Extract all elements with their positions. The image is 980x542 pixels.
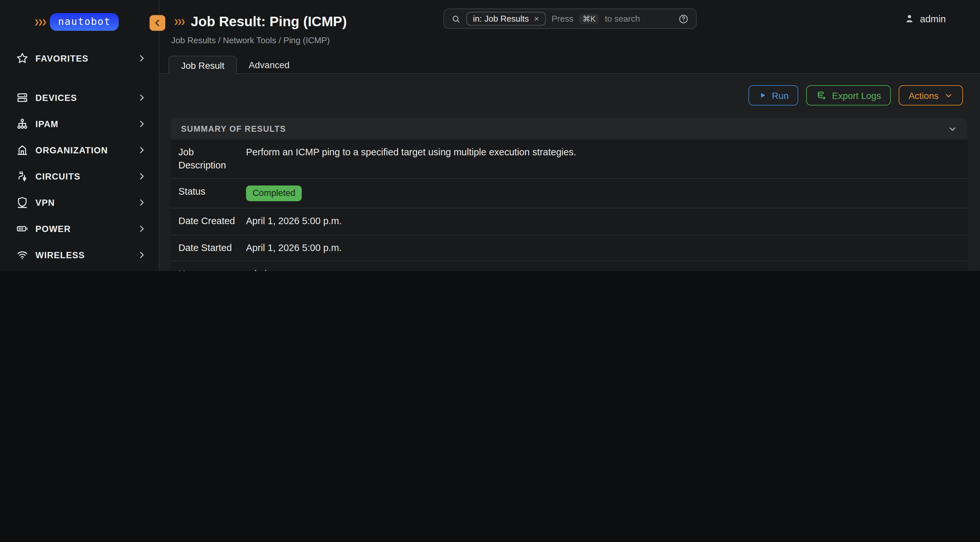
sidebar-item-organization[interactable]: ORGANIZATION — [0, 137, 159, 163]
chevron-right-icon — [137, 172, 146, 181]
sidebar-nav: FAVORITESDEVICESIPAMORGANIZATIONCIRCUITS… — [0, 45, 159, 271]
page-title: Job Result: Ping (ICMP) — [191, 14, 347, 30]
sidebar-item-circuits[interactable]: CIRCUITS — [0, 163, 159, 189]
run-button-label: Run — [772, 90, 789, 101]
summary-panel: SUMMARY OF RESULTS Job Description Perfo… — [170, 118, 967, 271]
sidebar-item-wireless[interactable]: WIRELESS — [0, 242, 159, 268]
search-press-text: Press — [552, 14, 573, 24]
search-suffix-text: to search — [605, 14, 640, 24]
sidebar-item-secrets[interactable]: SECRETS — [0, 268, 159, 271]
chevron-right-icon — [137, 146, 146, 155]
sidebar-item-label: ORGANIZATION — [35, 145, 108, 155]
chevron-right-icon — [137, 119, 146, 128]
help-icon[interactable] — [678, 13, 689, 24]
row-value: April 1, 2026 5:00 p.m. — [246, 215, 967, 228]
devices-icon — [16, 91, 29, 104]
status-badge: Completed — [246, 185, 302, 201]
row-value: April 1, 2026 5:00 p.m. — [246, 242, 967, 255]
table-row: User admin — [170, 262, 967, 271]
sidebar-item-favorites[interactable]: FAVORITES — [0, 45, 159, 71]
summary-panel-title: SUMMARY OF RESULTS — [181, 124, 286, 133]
row-label: Date Created — [178, 215, 246, 228]
brand-chevrons-icon: ❯❯❯ — [34, 17, 46, 27]
sidebar-item-ipam[interactable]: IPAM — [0, 111, 159, 137]
summary-panel-header[interactable]: SUMMARY OF RESULTS — [170, 118, 967, 139]
row-label: Job Description — [178, 146, 246, 172]
sidebar-item-power[interactable]: POWER — [0, 216, 159, 242]
search-scope-label: in: Job Results — [473, 14, 529, 24]
panel-collapse-chevron-icon[interactable] — [948, 124, 957, 133]
sidebar: ❯❯❯ nautobot FAVORITESDEVICESIPAMORGANIZ… — [0, 0, 159, 271]
search-icon — [451, 14, 460, 23]
sidebar-item-label: CIRCUITS — [35, 171, 80, 181]
chevron-right-icon — [137, 198, 146, 207]
power-icon — [16, 222, 29, 235]
row-value: Completed — [246, 185, 967, 201]
sidebar-item-label: IPAM — [35, 119, 58, 129]
table-row: Date Created April 1, 2026 5:00 p.m. — [170, 209, 967, 235]
table-row: Status Completed — [170, 179, 967, 208]
sidebar-collapse-button[interactable] — [150, 15, 165, 31]
row-value: Perform an ICMP ping to a specified targ… — [246, 146, 967, 159]
tab-advanced[interactable]: Advanced — [237, 56, 301, 74]
brand-logo[interactable]: ❯❯❯ nautobot — [0, 0, 159, 31]
sidebar-item-label: WIRELESS — [35, 250, 85, 260]
nautobot-logo: nautobot — [50, 13, 119, 31]
table-row: Job Description Perform an ICMP ping to … — [170, 139, 967, 179]
global-search-input[interactable]: in: Job Results × Press ⌘K to search — [444, 8, 697, 29]
circuits-icon — [16, 170, 29, 183]
tab-job-result[interactable]: Job Result — [169, 56, 237, 74]
username: admin — [920, 13, 946, 24]
export-database-icon — [816, 90, 827, 101]
chevron-left-icon — [153, 18, 162, 27]
actions-dropdown-button[interactable]: Actions — [899, 85, 963, 106]
sidebar-item-label: FAVORITES — [35, 54, 89, 63]
play-icon — [758, 91, 767, 100]
summary-table: Job Description Perform an ICMP ping to … — [170, 139, 967, 271]
chevron-right-icon — [137, 54, 146, 63]
row-value: admin — [246, 268, 967, 271]
chevron-right-icon — [137, 250, 146, 260]
sidebar-item-devices[interactable]: DEVICES — [0, 84, 159, 111]
row-label: Status — [178, 185, 246, 198]
row-label: Date Started — [178, 242, 246, 255]
chevron-down-icon — [944, 91, 953, 100]
title-chevrons-icon: ❯❯❯ — [174, 17, 184, 26]
sidebar-item-label: POWER — [35, 224, 71, 234]
star-icon — [16, 52, 29, 65]
chip-close-icon[interactable]: × — [534, 14, 539, 24]
app-window: ❯❯❯ nautobot FAVORITESDEVICESIPAMORGANIZ… — [0, 0, 980, 271]
content-area: Run Export Logs Actions SUMMARY OF RESUL… — [159, 73, 980, 271]
search-scope-chip[interactable]: in: Job Results × — [466, 12, 546, 25]
run-button[interactable]: Run — [748, 85, 798, 106]
actions-label: Actions — [908, 90, 939, 101]
export-logs-label: Export Logs — [832, 90, 881, 101]
page-title-block: ❯❯❯ Job Result: Ping (ICMP) — [174, 14, 347, 30]
export-logs-button[interactable]: Export Logs — [807, 85, 891, 106]
organization-icon — [16, 144, 29, 157]
row-label: User — [178, 268, 246, 271]
table-row: Date Started April 1, 2026 5:00 p.m. — [170, 235, 967, 262]
vpn-icon — [16, 196, 29, 209]
actions-row: Run Export Logs Actions — [748, 85, 963, 106]
sidebar-item-label: DEVICES — [35, 93, 77, 103]
sidebar-item-vpn[interactable]: VPN — [0, 189, 159, 216]
wireless-icon — [16, 249, 29, 261]
breadcrumb[interactable]: Job Results / Network Tools / Ping (ICMP… — [171, 35, 330, 45]
user-menu[interactable]: admin — [904, 13, 946, 24]
tab-bar: Job Result Advanced — [169, 56, 301, 74]
search-kbd-shortcut: ⌘K — [579, 13, 599, 24]
chevron-right-icon — [137, 93, 146, 102]
ipam-icon — [16, 117, 29, 130]
user-icon — [904, 13, 915, 24]
sidebar-item-label: VPN — [35, 198, 55, 208]
chevron-right-icon — [137, 224, 146, 233]
